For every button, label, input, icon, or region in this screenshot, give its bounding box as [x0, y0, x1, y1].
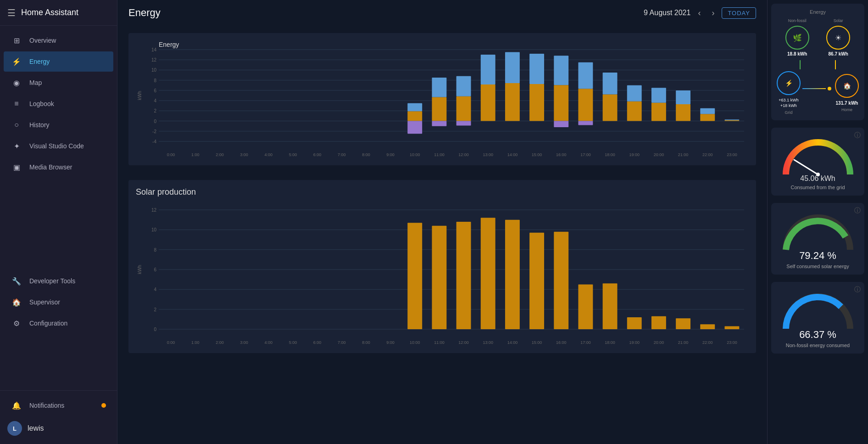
- nonfossil-gauge-svg: [777, 287, 859, 333]
- svg-text:7:00: 7:00: [338, 340, 346, 345]
- svg-rect-100: [554, 232, 568, 329]
- svg-text:6: 6: [154, 267, 156, 272]
- svg-text:15:00: 15:00: [532, 152, 542, 157]
- flow-sinks-row: ⚡ +63.1 kWh+18 kWh Grid 🏠 131.7 kWh Home: [777, 71, 859, 115]
- svg-text:10: 10: [151, 227, 157, 232]
- svg-rect-95: [432, 226, 446, 329]
- svg-rect-28: [456, 96, 471, 121]
- svg-text:13:00: 13:00: [483, 340, 493, 345]
- svg-text:22:00: 22:00: [702, 152, 713, 157]
- svg-text:20:00: 20:00: [654, 152, 664, 157]
- svg-text:12:00: 12:00: [458, 152, 469, 157]
- svg-rect-41: [578, 62, 593, 89]
- svg-rect-104: [651, 316, 666, 329]
- svg-text:2:00: 2:00: [216, 152, 224, 157]
- svg-rect-99: [529, 233, 544, 329]
- sidebar-bottom: 🔔 Notifications L lewis: [0, 390, 117, 444]
- svg-text:9:00: 9:00: [386, 152, 395, 157]
- svg-rect-36: [529, 54, 544, 84]
- user-profile[interactable]: L lewis: [0, 416, 117, 440]
- home-sink: 🏠 131.7 kWh Home: [835, 74, 859, 112]
- svg-text:20:00: 20:00: [654, 340, 664, 345]
- svg-rect-37: [554, 85, 568, 121]
- svg-text:10: 10: [151, 67, 157, 73]
- sidebar-label-supervisor: Supervisor: [29, 298, 60, 306]
- svg-rect-105: [676, 318, 690, 329]
- svg-rect-40: [578, 89, 593, 121]
- svg-rect-102: [603, 283, 618, 329]
- sidebar-item-vscode[interactable]: ✦ Visual Studio Code: [4, 136, 113, 156]
- vscode-icon: ✦: [11, 141, 22, 152]
- svg-text:8: 8: [154, 78, 156, 83]
- svg-rect-26: [432, 78, 446, 97]
- sidebar-item-energy[interactable]: ⚡ Energy: [4, 51, 113, 72]
- svg-text:17:00: 17:00: [580, 152, 591, 157]
- svg-text:11:00: 11:00: [434, 340, 445, 345]
- solar-line: [835, 60, 836, 69]
- svg-rect-22: [407, 111, 422, 121]
- sidebar-item-configuration[interactable]: ⚙ Configuration: [4, 313, 113, 333]
- today-button[interactable]: TODAY: [722, 7, 756, 19]
- svg-text:2: 2: [154, 307, 156, 312]
- history-icon: ○: [11, 119, 22, 130]
- info-icon-1[interactable]: ⓘ: [854, 131, 861, 140]
- svg-text:16:00: 16:00: [556, 152, 567, 157]
- connector-spacer: [831, 87, 835, 90]
- svg-text:9:00: 9:00: [386, 340, 395, 345]
- bell-icon: 🔔: [11, 400, 22, 411]
- svg-text:2: 2: [154, 108, 156, 113]
- username: lewis: [28, 424, 44, 433]
- svg-text:kWh: kWh: [137, 91, 142, 100]
- connector-dot: [828, 87, 831, 90]
- svg-text:2:00: 2:00: [216, 340, 224, 345]
- sidebar-item-devtools[interactable]: 🔧 Developer Tools: [4, 271, 113, 291]
- svg-rect-34: [505, 52, 520, 84]
- grid-gauge-value: 45.06 kWh: [800, 174, 835, 183]
- svg-text:4:00: 4:00: [264, 152, 273, 157]
- sidebar-item-logbook[interactable]: ≡ Logbook: [4, 94, 113, 114]
- svg-rect-45: [627, 101, 642, 121]
- nonfossil-label: Non-fossil: [788, 18, 807, 23]
- svg-rect-44: [603, 73, 618, 95]
- info-icon-2[interactable]: ⓘ: [854, 207, 861, 215]
- grid-icon: ⚡: [777, 71, 801, 95]
- sidebar-label-overview: Overview: [29, 37, 56, 44]
- sidebar-item-supervisor[interactable]: 🏠 Supervisor: [4, 292, 113, 312]
- sidebar-nav: ⊞ Overview⚡ Energy◉ Map≡ Logbook○ Histor…: [0, 26, 117, 390]
- grid-gauge-label: Consumed from the grid: [791, 185, 845, 190]
- sidebar-item-history[interactable]: ○ History: [4, 115, 113, 135]
- svg-text:19:00: 19:00: [629, 340, 640, 345]
- svg-rect-49: [676, 104, 690, 121]
- prev-date-button[interactable]: ‹: [694, 6, 704, 20]
- svg-rect-31: [481, 84, 495, 121]
- svg-text:11:00: 11:00: [434, 152, 445, 157]
- solar-icon: ☀: [826, 26, 850, 50]
- energy-icon: ⚡: [11, 56, 22, 67]
- home-label: Home: [841, 107, 852, 112]
- svg-text:0:00: 0:00: [167, 340, 175, 345]
- svg-text:14:00: 14:00: [507, 152, 518, 157]
- grid-gauge-svg: [777, 133, 859, 179]
- media-icon: ▣: [11, 162, 22, 173]
- sidebar-item-overview[interactable]: ⊞ Overview: [4, 30, 113, 51]
- overview-icon: ⊞: [11, 35, 22, 46]
- grid-sink: ⚡ +63.1 kWh+18 kWh Grid: [777, 71, 801, 115]
- next-date-button[interactable]: ›: [708, 6, 718, 20]
- svg-rect-50: [676, 90, 690, 104]
- self-gauge-svg: [777, 208, 859, 254]
- map-icon: ◉: [11, 77, 22, 88]
- menu-icon[interactable]: ☰: [7, 7, 16, 18]
- sidebar-item-notifications[interactable]: 🔔 Notifications: [4, 395, 113, 416]
- svg-text:18:00: 18:00: [605, 340, 615, 345]
- sidebar-item-media[interactable]: ▣ Media Browser: [4, 157, 113, 177]
- svg-text:18:00: 18:00: [605, 152, 615, 157]
- avatar: L: [7, 421, 22, 436]
- sidebar-label-media: Media Browser: [29, 163, 72, 171]
- svg-rect-30: [456, 121, 471, 126]
- svg-text:4:00: 4:00: [264, 340, 273, 345]
- svg-text:0:00: 0:00: [167, 152, 175, 157]
- svg-text:14: 14: [151, 47, 157, 52]
- sidebar-label-energy: Energy: [29, 58, 50, 65]
- info-icon-3[interactable]: ⓘ: [854, 286, 861, 294]
- sidebar-item-map[interactable]: ◉ Map: [4, 73, 113, 93]
